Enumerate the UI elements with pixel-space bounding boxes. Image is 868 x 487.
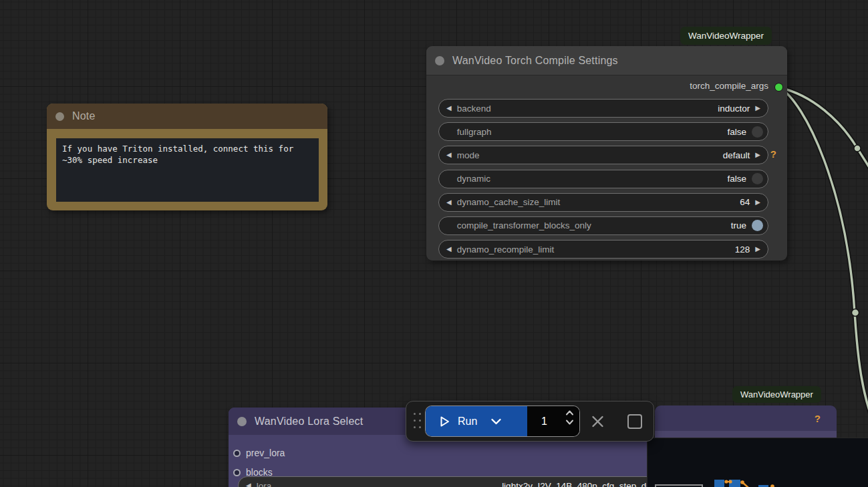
- widget-left-arrow-icon[interactable]: ◀: [446, 199, 452, 206]
- widget-label: fullgraph: [457, 127, 492, 137]
- widget-value[interactable]: lightx2v_I2V_14B_480p_cfg_step_di: [502, 481, 648, 487]
- widget-left-arrow-icon[interactable]: ◀: [446, 246, 452, 253]
- widget-left-arrow-icon[interactable]: ◀: [446, 105, 452, 112]
- drag-handle-icon[interactable]: [414, 413, 421, 428]
- widget-label: mode: [457, 150, 480, 160]
- node-title: Note: [72, 110, 96, 122]
- batch-count-input[interactable]: 1: [527, 406, 579, 436]
- widget-backend[interactable]: ◀backendinductor▶: [438, 99, 768, 118]
- widget-compile_transformer_blocks_only[interactable]: ◀compile_transformer_blocks_onlytrue: [438, 216, 768, 235]
- output-slot-icon[interactable]: [775, 84, 782, 91]
- widget-mode[interactable]: ◀modedefault▶: [438, 146, 768, 164]
- widget-list: ◀backendinductor▶◀fullgraphfalse◀modedef…: [438, 99, 768, 263]
- cancel-icon[interactable]: [591, 414, 605, 428]
- widget-label: dynamo_recompile_limit: [457, 245, 555, 255]
- widget-value[interactable]: default: [723, 150, 750, 160]
- input-socket-icon[interactable]: [233, 450, 241, 457]
- output-slot-label: torch_compile_args: [690, 81, 768, 91]
- widget-value[interactable]: 64: [740, 197, 750, 207]
- widget-label: dynamic: [457, 174, 490, 184]
- node-type-badge: WanVideoWrapper: [680, 27, 772, 45]
- chevron-down-icon[interactable]: [490, 418, 502, 425]
- widget-dynamo_cache_size_limit[interactable]: ◀dynamo_cache_size_limit64▶: [438, 193, 768, 212]
- play-icon: [439, 416, 450, 428]
- run-toolbar[interactable]: Run 1: [406, 401, 654, 442]
- batch-count-value[interactable]: 1: [541, 416, 547, 428]
- toggle-dot-icon[interactable]: [752, 220, 763, 231]
- minimap-links: [647, 438, 868, 487]
- stepper-up-icon[interactable]: [565, 410, 574, 416]
- run-button[interactable]: Run: [426, 406, 527, 436]
- node-title-bar[interactable]: [655, 405, 837, 431]
- node-body: [655, 431, 837, 438]
- input-prev-lora[interactable]: prev_lora: [229, 446, 285, 460]
- node-type-badge: WanVideoWrapper: [732, 386, 821, 403]
- toggle-dot-icon[interactable]: [752, 126, 763, 138]
- partial-node[interactable]: ?: [655, 405, 837, 438]
- widget-value[interactable]: 128: [735, 245, 750, 255]
- widget-left-arrow-icon[interactable]: ◀: [446, 152, 452, 158]
- widget-right-arrow-icon[interactable]: ▶: [755, 199, 760, 206]
- note-text-area[interactable]: If you have Triton installed, connect th…: [56, 138, 319, 202]
- widget-right-arrow-icon[interactable]: ▶: [755, 246, 760, 253]
- widget-label: backend: [457, 104, 491, 114]
- minimap-panel[interactable]: [647, 438, 868, 487]
- collapse-dot-icon[interactable]: [435, 56, 444, 65]
- widget-dynamo_recompile_limit[interactable]: ◀dynamo_recompile_limit128▶: [438, 240, 768, 259]
- link-torch-compile-args-2[interactable]: [779, 88, 868, 417]
- widget-fullgraph[interactable]: ◀fullgraphfalse: [438, 122, 768, 141]
- widget-list: ◀loralightx2v_I2V_14B_480p_cfg_step_di▶: [238, 476, 667, 487]
- node-title-bar[interactable]: Note: [47, 104, 327, 129]
- toggle-dot-icon[interactable]: [752, 173, 763, 184]
- link-midpoint-dot[interactable]: [852, 309, 859, 317]
- help-icon[interactable]: ?: [815, 413, 821, 424]
- node-title: WanVideo Torch Compile Settings: [452, 55, 618, 67]
- widget-label: dynamo_cache_size_limit: [457, 197, 561, 207]
- link-torch-compile-args-1[interactable]: [779, 88, 868, 171]
- node-title-bar[interactable]: WanVideo Torch Compile Settings: [426, 46, 787, 75]
- node-graph-canvas[interactable]: WanVideo Torch Compile Settings ? torch_…: [0, 0, 868, 487]
- widget-right-arrow-icon[interactable]: ▶: [755, 105, 760, 112]
- widget-dynamic[interactable]: ◀dynamicfalse: [438, 170, 768, 188]
- collapse-dot-icon[interactable]: [237, 417, 247, 426]
- widget-value[interactable]: false: [727, 174, 746, 184]
- widget-label: compile_transformer_blocks_only: [457, 220, 591, 230]
- collapse-dot-icon[interactable]: [55, 112, 64, 121]
- help-icon[interactable]: ?: [770, 148, 776, 159]
- widget-lora[interactable]: ◀loralightx2v_I2V_14B_480p_cfg_step_di▶: [238, 476, 667, 487]
- widget-label: lora: [257, 481, 272, 487]
- link-midpoint-dot[interactable]: [854, 145, 861, 152]
- stop-icon[interactable]: [627, 414, 642, 429]
- widget-value[interactable]: false: [727, 127, 746, 137]
- widget-value[interactable]: inductor: [718, 104, 750, 114]
- widget-right-arrow-icon[interactable]: ▶: [755, 152, 760, 158]
- widget-value[interactable]: true: [731, 220, 746, 230]
- torch-compile-settings-node[interactable]: WanVideo Torch Compile Settings ? torch_…: [426, 46, 787, 261]
- stepper-down-icon[interactable]: [565, 420, 574, 425]
- node-title: WanVideo Lora Select: [255, 416, 363, 428]
- input-socket-icon[interactable]: [233, 469, 241, 476]
- run-button-label: Run: [458, 416, 477, 428]
- widget-left-arrow-icon[interactable]: ◀: [246, 482, 251, 487]
- note-node[interactable]: Note If you have Triton installed, conne…: [47, 104, 327, 210]
